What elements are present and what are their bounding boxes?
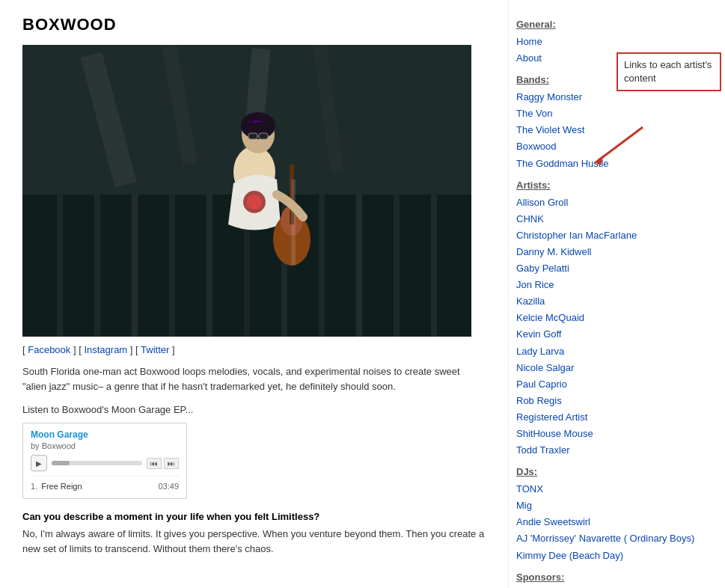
qa-block: Can you describe a moment in your life w…	[22, 511, 486, 556]
annotation-text: Links to each artist's content	[624, 59, 712, 84]
sidebar-link-danny-kidwell[interactable]: Danny M. Kidwell	[516, 244, 714, 260]
annotation-arrow	[590, 123, 650, 171]
sidebar-link-lady-larva[interactable]: Lady Larva	[516, 343, 714, 360]
social-suffix: ]	[169, 344, 174, 355]
svg-line-32	[598, 127, 643, 161]
sidebar-artists-links: Allison Groll CHNK Christopher Ian MacFa…	[516, 195, 714, 459]
sidebar-link-kevin-goff[interactable]: Kevin Goff	[516, 326, 714, 343]
sidebar-link-jon-rice[interactable]: Jon Rice	[516, 277, 714, 293]
track-list: 1.Free Reign 03:49	[31, 476, 179, 492]
sidebar-djs-links: TONX Mig Andie Sweetswirl AJ 'Morrissey'…	[516, 481, 714, 563]
sidebar-link-paul-caprio[interactable]: Paul Caprio	[516, 376, 714, 393]
svg-marker-33	[594, 155, 604, 165]
page-title: BOXWOOD	[22, 15, 486, 34]
sidebar-general-label: General:	[516, 19, 714, 30]
prev-button[interactable]: ⏮	[147, 458, 162, 469]
page-layout: BOXWOOD	[0, 0, 725, 588]
main-content: BOXWOOD	[0, 0, 508, 588]
description: South Florida one-man act Boxwood loops …	[22, 364, 486, 393]
sidebar-artists-label: Artists:	[516, 180, 714, 191]
sidebar: Links to each artist's content General: …	[508, 0, 725, 588]
music-player: Moon Garage by Boxwood ▶ ⏮ ⏭ 1.Free Reig…	[22, 423, 187, 499]
sidebar-link-tonx[interactable]: TONX	[516, 481, 714, 497]
svg-point-20	[241, 112, 275, 139]
sidebar-link-rob-regis[interactable]: Rob Regis	[516, 393, 714, 409]
answer-text: No, I'm always aware of limits. It gives…	[22, 527, 486, 556]
sidebar-link-kimmy-dee[interactable]: Kimmy Dee (Beach Day)	[516, 548, 714, 564]
sidebar-link-andie-sweetswirl[interactable]: Andie Sweetswirl	[516, 514, 714, 530]
sidebar-link-todd-traxler[interactable]: Todd Traxler	[516, 442, 714, 459]
track-num: 1.	[31, 482, 37, 491]
sidebar-link-kelcie-mcquaid[interactable]: Kelcie McQuaid	[516, 310, 714, 326]
social-links: [ Facebook ] [ Instagram ] [ Twitter ]	[22, 344, 486, 355]
social-sep2: ] [	[127, 344, 141, 355]
sidebar-link-shithouse-mouse[interactable]: ShitHouse Mouse	[516, 426, 714, 442]
sidebar-link-nicole-salgar[interactable]: Nicole Salgar	[516, 360, 714, 376]
twitter-link[interactable]: Twitter	[141, 344, 169, 355]
facebook-link[interactable]: Facebook	[28, 344, 70, 355]
social-sep1: ] [	[70, 344, 84, 355]
progress-fill	[52, 461, 70, 465]
listen-text: Listen to Boxwood's Moon Garage EP...	[22, 404, 486, 415]
sidebar-link-chnk[interactable]: CHNK	[516, 211, 714, 227]
sidebar-sponsors-label: Sponsors:	[516, 572, 714, 583]
sidebar-link-raggy-monster[interactable]: Raggy Monster	[516, 89, 714, 105]
sidebar-djs-label: DJs:	[516, 466, 714, 477]
track-item: 1.Free Reign 03:49	[31, 480, 179, 492]
svg-rect-21	[248, 133, 257, 139]
svg-rect-22	[259, 133, 268, 139]
play-button[interactable]: ▶	[31, 455, 47, 471]
player-artist: by Boxwood	[31, 441, 179, 450]
sidebar-link-registered-artist[interactable]: Registered Artist	[516, 409, 714, 426]
track-duration: 03:49	[158, 482, 179, 491]
track-name: Free Reign	[41, 482, 82, 491]
svg-point-31	[247, 195, 262, 209]
skip-controls: ⏮ ⏭	[147, 458, 179, 469]
instagram-link[interactable]: Instagram	[84, 344, 127, 355]
sidebar-link-home[interactable]: Home	[516, 34, 714, 50]
progress-bar[interactable]	[52, 461, 142, 465]
sidebar-link-kazilla[interactable]: Kazilla	[516, 293, 714, 310]
annotation-box: Links to each artist's content	[617, 52, 721, 91]
question-text: Can you describe a moment in your life w…	[22, 511, 486, 522]
hero-image	[22, 45, 471, 337]
sidebar-link-the-von[interactable]: The Von	[516, 105, 714, 122]
sidebar-link-mig[interactable]: Mig	[516, 497, 714, 514]
sidebar-link-gaby-pelatti[interactable]: Gaby Pelatti	[516, 260, 714, 277]
sidebar-link-christopher-ian[interactable]: Christopher Ian MacFarlane	[516, 227, 714, 244]
player-controls: ▶ ⏮ ⏭	[31, 455, 179, 471]
next-button[interactable]: ⏭	[164, 458, 179, 469]
sidebar-link-aj-morrissey[interactable]: AJ 'Morrissey' Navarette ( Ordinary Boys…	[516, 530, 714, 547]
player-title: Moon Garage	[31, 429, 179, 440]
sidebar-link-allison-groll[interactable]: Allison Groll	[516, 195, 714, 211]
